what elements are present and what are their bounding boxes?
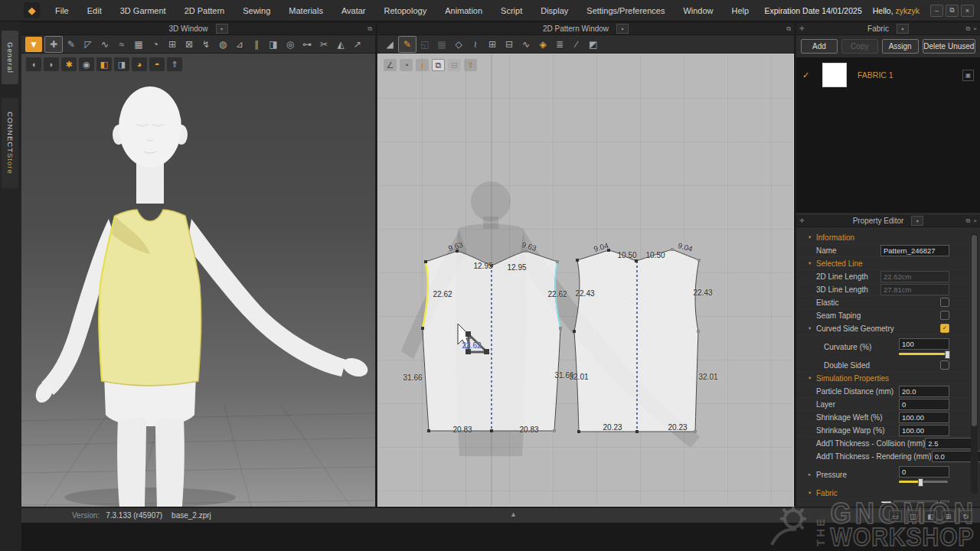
tape-icon[interactable]: ⊶ xyxy=(299,37,315,52)
menu-item[interactable]: 3D Garment xyxy=(111,0,175,21)
wind-icon[interactable]: ↯ xyxy=(198,37,214,52)
show-pattern-icon[interactable]: ◧ xyxy=(96,57,112,71)
show-map-icon[interactable]: ◓ xyxy=(149,57,165,71)
edit-pattern-icon[interactable]: ✎ xyxy=(398,36,416,53)
layout-3d2d-button[interactable]: ◧ xyxy=(924,510,937,522)
fabric-item[interactable]: ✓ FABRIC 1 ▣ xyxy=(796,57,980,93)
slider-value-input[interactable]: 100 xyxy=(899,338,949,350)
scrollbar-thumb[interactable] xyxy=(972,235,977,426)
transform-gizmo-icon[interactable]: ◸ xyxy=(80,37,96,52)
undock-icon[interactable]: ⧉ xyxy=(786,25,791,33)
chevron-down-icon[interactable]: ▾ xyxy=(940,500,949,504)
add-pattern-icon[interactable]: ◱ xyxy=(416,37,433,52)
window-menu-dropdown[interactable]: ▾ xyxy=(616,24,629,34)
pen-3d-icon[interactable]: ✎ xyxy=(63,37,80,52)
property-input[interactable]: Pattern_246827 xyxy=(880,245,949,256)
section-arrow-icon[interactable]: ▾ xyxy=(808,375,816,381)
show-mesh-icon[interactable]: ◨ xyxy=(114,57,129,71)
scrollbar[interactable] xyxy=(971,233,978,494)
copy-fabric-button[interactable]: Copy xyxy=(841,39,878,54)
add-image-icon[interactable]: ▦ xyxy=(433,37,450,52)
property-input[interactable]: 100.00 xyxy=(899,425,949,436)
property-input[interactable]: 100.00 xyxy=(899,412,949,423)
unfold-icon[interactable]: ⊟ xyxy=(501,37,518,52)
panel-menu-dropdown[interactable]: ▾ xyxy=(897,24,909,34)
show-thickness-icon[interactable]: ◗ xyxy=(44,57,59,71)
show-head-icon[interactable]: ◕ xyxy=(132,57,147,71)
menu-item[interactable]: Help xyxy=(723,0,759,21)
menu-item[interactable]: Animation xyxy=(436,0,492,21)
scissors-icon[interactable]: ✂ xyxy=(315,37,332,52)
fold-icon[interactable]: ⊿ xyxy=(231,37,248,52)
collapse-panel-icon[interactable]: ▲ xyxy=(510,510,517,518)
internal-lines-icon[interactable]: ≣ xyxy=(551,37,568,52)
show-garment-icon[interactable]: ◖ xyxy=(26,57,41,71)
pin-tool-icon[interactable]: ◍ xyxy=(214,37,231,52)
delete-unused-fabric-button[interactable]: Delete Unused xyxy=(923,39,975,54)
menu-item[interactable]: Display xyxy=(531,0,577,21)
menu-item[interactable]: Avatar xyxy=(332,0,375,21)
undock-icon[interactable]: ⧉ xyxy=(368,25,372,33)
section-arrow-icon[interactable]: ▾ xyxy=(808,490,816,496)
fabric-swatch[interactable] xyxy=(822,63,847,87)
snapshot-icon[interactable]: ⇑ xyxy=(167,57,182,71)
arrangement-icon[interactable]: ⊞ xyxy=(164,37,181,52)
avatar-silhouette-icon[interactable]: ◇ xyxy=(450,37,467,52)
menu-item[interactable]: Sewing xyxy=(234,0,279,21)
restore-button[interactable]: ⧉ xyxy=(946,5,959,17)
username[interactable]: zykzyk xyxy=(896,6,920,15)
fabric-dropdown-value[interactable]: FABRIC 1 xyxy=(893,500,938,504)
select-move-icon[interactable]: ✚ xyxy=(44,36,63,53)
add-fabric-button[interactable]: Add xyxy=(801,39,838,54)
show-texture-icon[interactable]: ✱ xyxy=(61,57,77,71)
undock-icon[interactable]: ⧉ xyxy=(966,217,971,225)
tab-general[interactable]: General xyxy=(2,31,18,84)
section-arrow-icon[interactable]: ▾ xyxy=(808,325,816,331)
menu-item[interactable]: 2D Pattern xyxy=(175,0,234,21)
stamp-icon[interactable]: ⇑ xyxy=(464,59,477,71)
minimize-button[interactable]: – xyxy=(930,5,943,17)
show-avatar-icon[interactable]: ◉ xyxy=(79,57,94,71)
pin-icon[interactable]: ✛ xyxy=(799,25,805,32)
undock-icon[interactable]: ⧉ xyxy=(966,25,971,33)
assign-fabric-button[interactable]: Assign xyxy=(882,39,919,54)
morph-icon[interactable]: ◔ xyxy=(147,37,164,52)
panel-menu-dropdown[interactable]: ▾ xyxy=(911,216,923,226)
property-input[interactable]: 20.0 xyxy=(899,386,949,397)
layout-reset-button[interactable]: ↻ xyxy=(959,510,972,522)
close-icon[interactable]: × xyxy=(973,25,977,33)
section-arrow-icon[interactable]: ▾ xyxy=(808,234,816,240)
texture-edit-icon[interactable]: ◈ xyxy=(534,37,551,52)
close-icon[interactable]: × xyxy=(973,217,977,225)
property-checkbox[interactable] xyxy=(940,311,949,320)
menu-item[interactable]: Edit xyxy=(78,0,111,21)
remesh-icon[interactable]: ▦ xyxy=(130,37,147,52)
cut-sew-icon[interactable]: ∕ xyxy=(568,37,585,52)
free-sewing-icon[interactable]: ≈ xyxy=(113,37,130,52)
section-arrow-icon[interactable]: ▾ xyxy=(808,260,816,266)
flatten-icon[interactable]: ◨ xyxy=(265,37,282,52)
info-icon[interactable]: i xyxy=(416,59,429,71)
section-arrow-icon[interactable]: ▸ xyxy=(808,471,816,478)
measure-tool-icon[interactable]: ∠ xyxy=(384,59,397,71)
menu-item[interactable]: Materials xyxy=(279,0,332,21)
property-input[interactable]: 27.81cm xyxy=(880,284,949,295)
menu-item[interactable]: Settings/Preferences xyxy=(577,0,674,21)
tab-connect-store[interactable]: CONNECT Store xyxy=(2,98,18,188)
window-menu-dropdown[interactable]: ▾ xyxy=(216,24,228,34)
save-fabric-icon[interactable]: ▣ xyxy=(962,70,974,81)
slider[interactable] xyxy=(899,481,948,483)
simulate-icon[interactable]: ▼ xyxy=(25,37,42,52)
slider-value-input[interactable]: 0 xyxy=(899,466,949,478)
slider[interactable] xyxy=(899,353,948,355)
grid-icon[interactable]: ⊞ xyxy=(484,37,501,52)
layout-quad-button[interactable]: ⊞ xyxy=(942,510,955,522)
trace-icon[interactable]: ≀ xyxy=(467,37,484,52)
avatar-tape-icon[interactable]: ◭ xyxy=(332,37,349,52)
transform-pattern-icon[interactable]: ◢ xyxy=(381,37,398,52)
edit-sewing-2d-icon[interactable]: ∿ xyxy=(518,37,534,52)
property-input[interactable]: 0 xyxy=(899,399,949,410)
align-icon[interactable]: ∥ xyxy=(248,37,265,52)
pin-icon[interactable]: ✛ xyxy=(799,217,805,224)
safety-frame-icon[interactable]: ⊠ xyxy=(181,37,198,52)
